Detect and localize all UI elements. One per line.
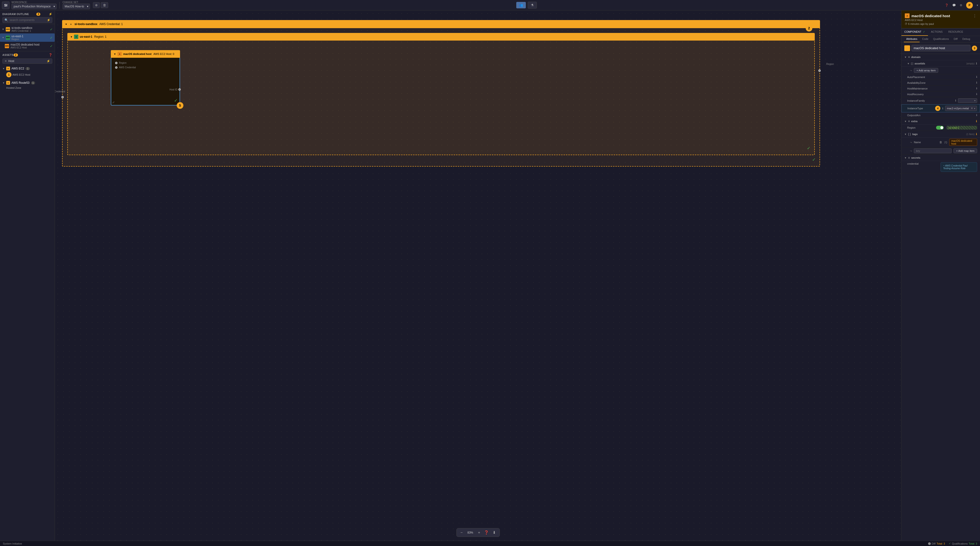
- extra-label: extra: [911, 120, 975, 123]
- nav-btn-1[interactable]: ⊕: [93, 2, 100, 8]
- time-icon: ⏱: [905, 22, 907, 25]
- info-btn[interactable]: ℹ: [976, 75, 977, 78]
- help-icon[interactable]: ❓: [945, 3, 948, 7]
- tags-symbol: { }: [908, 132, 911, 136]
- tab-actions[interactable]: ACTIONS: [928, 29, 945, 36]
- diff-status[interactable]: ⬤ Diff Total: 3: [928, 542, 945, 545]
- chevron-icon[interactable]: ▾: [977, 3, 978, 7]
- subtab-attributes[interactable]: Attributes: [904, 36, 920, 42]
- panel-title: macOS dedicated host: [912, 14, 950, 18]
- zoom-level: 83%: [466, 531, 475, 534]
- asset-item-ec2host[interactable]: 1 AWS EC2 Host: [2, 71, 52, 78]
- secrets-section-row[interactable]: ▼ ≡ secrets: [901, 155, 980, 161]
- region-header[interactable]: ▼ A us-east-1 Region: 1: [67, 33, 815, 41]
- info-btn[interactable]: ℹ: [955, 99, 956, 102]
- changeset-dropdown[interactable]: MacOS How-to: [62, 3, 90, 9]
- region-port-label: Region: [119, 62, 127, 64]
- search-input[interactable]: [10, 18, 45, 22]
- indent-icon: ↪: [910, 150, 912, 152]
- component-name-input[interactable]: [912, 45, 970, 51]
- discord-icon[interactable]: 💬: [952, 3, 956, 7]
- subtab-code[interactable]: Code: [920, 36, 931, 42]
- qual-label: Qualifications: [952, 542, 967, 545]
- settings-icon[interactable]: ⚙: [960, 3, 963, 7]
- tab-resource[interactable]: RESOURCE: [945, 29, 966, 36]
- ec2-name: macOS dedicated host: [123, 52, 152, 56]
- sandbox-header[interactable]: ▼ A si-tools-sandbox AWS Credential: 1: [62, 20, 820, 28]
- workspace-dropdown[interactable]: paul's Production Workspace: [11, 3, 57, 9]
- filter-btn[interactable]: ⚡: [47, 18, 50, 22]
- color-swatch[interactable]: [904, 45, 910, 51]
- clear-search-icon[interactable]: ✕: [5, 59, 7, 63]
- qual-icon: ✓: [949, 542, 951, 545]
- component-search-box[interactable]: 🔍 ⚡: [2, 17, 52, 23]
- changeset-selector: CHANGE SET: MacOS How-to: [62, 1, 90, 9]
- sandbox-sub: AWS Credential: 1: [99, 22, 123, 26]
- delete-icon[interactable]: 🗑: [939, 141, 942, 144]
- add-array-btn[interactable]: + Add array item: [914, 68, 938, 73]
- diff-icon: ⬤: [928, 542, 931, 545]
- subtab-debug[interactable]: Debug: [960, 36, 972, 42]
- collapse-icon: ▼: [904, 157, 907, 159]
- right-panel: A macOS dedicated host ⋮ AWS EC2 Host ⏱ …: [901, 11, 980, 541]
- asset-group-header-ec2[interactable]: ▼ A AWS EC2 1: [2, 66, 52, 71]
- user-avatar[interactable]: P: [966, 2, 973, 9]
- domain-section-row[interactable]: ▼ ≡ domain: [901, 54, 980, 60]
- extra-section-row[interactable]: ▼ ≡ extra ℹ: [901, 118, 980, 125]
- asset-group-route53: ▼ A AWS Route53 1 Hosted Zone: [2, 80, 52, 90]
- info-btn[interactable]: ℹ: [976, 87, 977, 90]
- add-array-row: ↪ + Add array item: [901, 67, 980, 74]
- info-btn[interactable]: ℹ: [976, 114, 977, 117]
- subtab-diff[interactable]: Diff: [951, 36, 960, 42]
- asset-search-box[interactable]: ✕ ⚡: [2, 59, 52, 64]
- instance-type-dropdown[interactable]: mac2-m2pro.metal ✕ ▾: [945, 106, 977, 111]
- help-btn[interactable]: ❓: [483, 530, 490, 535]
- tree-item-sandbox[interactable]: ▼ AWS si-tools-sandbox AWS Credential: 1…: [0, 25, 55, 33]
- func-icon[interactable]: ƒ(): [944, 141, 947, 144]
- tree-item-ec2host[interactable]: AWS macOS dedicated host AWS EC2 Host ✓: [0, 42, 55, 50]
- info-btn[interactable]: ℹ: [976, 93, 977, 96]
- host-recovery-row: HostRecovery ℹ: [901, 91, 980, 97]
- tags-section-row[interactable]: ▼ { } tags (1 Item) ℹ: [901, 131, 980, 138]
- host-id-dot: [178, 88, 181, 90]
- tree-item-region[interactable]: ▼ AWS us-east-1 Region ✓: [0, 33, 55, 42]
- credential-card[interactable]: ~ AWS Credential Paul Testing Assume Rol…: [940, 162, 977, 172]
- nav-btn-2[interactable]: 🗑: [101, 2, 108, 8]
- zoom-in-btn[interactable]: +: [477, 530, 481, 535]
- asset-group-header-route53[interactable]: ▼ A AWS Route53 1: [2, 80, 52, 86]
- instance-family-dropdown[interactable]: ▾: [958, 98, 977, 103]
- filter-icon[interactable]: ⚡: [46, 59, 50, 63]
- tag-key-input[interactable]: [914, 148, 951, 153]
- tags-info-icon[interactable]: ℹ: [976, 132, 977, 136]
- region-sub: Region: 1: [94, 35, 107, 38]
- assetids-row[interactable]: ▼ [ ] AssetIds (empty) ℹ: [901, 60, 980, 67]
- name-field-row: 3: [901, 43, 980, 54]
- qualifications-status[interactable]: ✓ Qualifications Total: 3: [949, 542, 977, 545]
- cred-port-row: AWS Credential: [115, 66, 176, 69]
- tab-component[interactable]: COMPONENT ✓: [901, 29, 928, 36]
- filter-icon[interactable]: ⚡: [49, 13, 52, 16]
- assets-help-icon[interactable]: ❓: [49, 53, 52, 57]
- region-toggle[interactable]: [936, 126, 944, 130]
- ec2-header[interactable]: ▼ A macOS dedicated host AWS EC2 Host: 0: [111, 50, 180, 58]
- collaborate-btn[interactable]: 👥: [516, 2, 526, 8]
- info-btn[interactable]: ℹ: [942, 107, 943, 110]
- subtab-qualifications[interactable]: Qualifications: [931, 36, 951, 42]
- system-bar-right: ⬤ Diff Total: 3 ✓ Qualifications Total: …: [928, 542, 977, 545]
- region-node: ▼ A us-east-1 Region: 1 ▼ A macOS dedica…: [67, 33, 815, 155]
- clear-icon[interactable]: ✕: [971, 107, 973, 110]
- instance-type-label: InstanceType: [907, 107, 933, 110]
- asset-item-hostedzone[interactable]: Hosted Zone: [2, 86, 52, 90]
- flask-btn[interactable]: ⚗: [528, 2, 537, 9]
- asset-search-input[interactable]: [8, 59, 45, 63]
- panel-menu-btn[interactable]: ⋮: [973, 14, 977, 18]
- zoom-out-btn[interactable]: −: [460, 530, 463, 535]
- extra-info-icon[interactable]: ℹ: [976, 119, 977, 123]
- add-map-btn[interactable]: + Add map item: [953, 148, 977, 153]
- resize-handle[interactable]: ⤢: [112, 101, 115, 104]
- info-icon[interactable]: ℹ: [976, 62, 977, 65]
- total-label: Total: 3: [937, 542, 945, 545]
- canvas-area[interactable]: ▼ A si-tools-sandbox AWS Credential: 1 2…: [55, 11, 901, 541]
- download-btn[interactable]: ⬇: [492, 530, 497, 535]
- info-btn[interactable]: ℹ: [976, 81, 977, 84]
